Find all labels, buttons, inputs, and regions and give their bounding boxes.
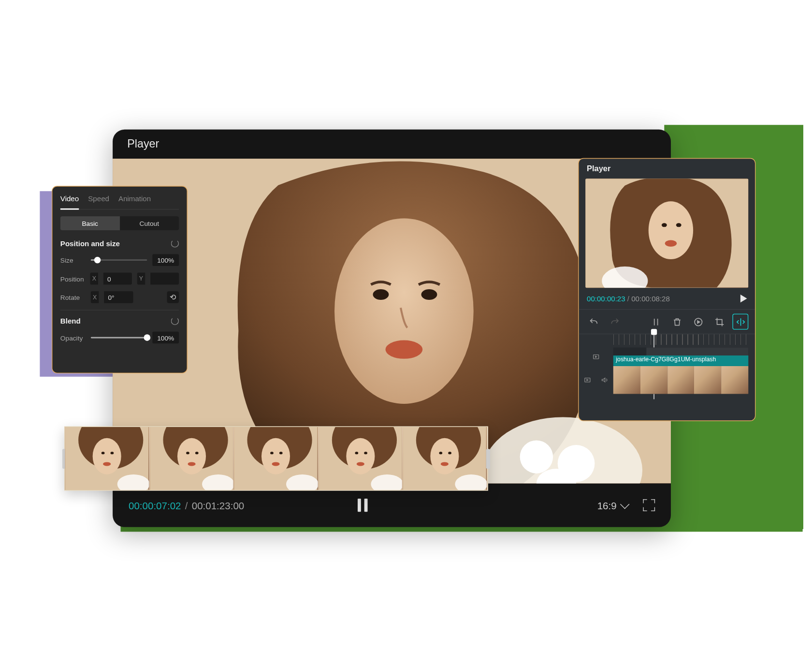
opacity-label: Opacity [60,334,86,341]
pause-button[interactable] [358,499,370,512]
svg-point-6 [520,440,553,473]
svg-point-14 [103,462,111,466]
svg-point-46 [662,223,667,227]
speed-button[interactable] [690,314,706,330]
filmstrip-thumb[interactable] [319,427,403,490]
size-label: Size [60,256,86,264]
svg-point-4 [386,340,423,359]
svg-point-12 [102,452,105,454]
svg-point-13 [111,452,114,454]
undo-button[interactable] [585,314,601,330]
svg-point-35 [357,462,364,466]
filmstrip-thumb[interactable] [234,427,319,490]
position-x-input[interactable]: 0 [103,273,132,285]
svg-point-1 [334,218,474,404]
svg-point-2 [373,289,389,300]
svg-point-48 [665,240,677,247]
svg-point-47 [676,223,682,227]
main-time-total: 00:01:23:00 [192,500,245,511]
segment-cutout[interactable]: Cutout [119,216,179,230]
filmstrip-handle-right[interactable] [486,449,490,469]
svg-point-19 [186,452,189,454]
rotate-label: Rotate [60,294,86,301]
track-video-icon [592,353,600,361]
track-video-icon [583,376,591,384]
chevron-down-icon [620,500,629,509]
mini-time-total: 00:00:08:28 [631,295,670,302]
main-player-title: Player [127,137,159,150]
time-separator: / [185,500,188,511]
filmstrip-thumb[interactable] [403,427,488,490]
aspect-ratio-selector[interactable]: 16:9 [597,500,627,511]
delete-button[interactable] [669,314,685,330]
segment-basic[interactable]: Basic [60,216,120,230]
divider [60,310,179,310]
mini-toolbar [579,309,755,334]
svg-point-3 [421,289,437,300]
svg-point-20 [195,452,198,454]
position-x-label: X [90,273,98,285]
svg-point-34 [364,452,367,454]
svg-point-18 [177,438,205,474]
mini-player-title: Player [579,159,755,178]
split-button[interactable] [648,314,664,330]
mini-preview-viewport[interactable] [585,178,748,288]
svg-point-11 [93,438,121,474]
section-blend-heading: Blend [60,317,81,325]
svg-point-25 [261,438,290,474]
aspect-ratio-value: 16:9 [597,500,617,511]
mini-timeline: joshua-earle-Cg7G8Gg1UM-unsplash [579,334,755,399]
clip-label: joshua-earle-Cg7G8Gg1UM-unsplash [613,355,748,366]
mini-player-panel: Player 00:00:00:23 / 00:00:08:28 [578,158,755,421]
svg-point-40 [439,452,443,454]
svg-point-32 [346,438,375,474]
flip-button[interactable] [732,314,748,330]
tab-speed[interactable]: Speed [88,194,109,205]
main-time-current: 00:00:07:02 [129,500,181,511]
fullscreen-button[interactable] [643,499,655,511]
timeline-ruler[interactable] [613,334,748,345]
properties-panel: Video Speed Animation Basic Cutout Posit… [52,186,188,373]
video-clip[interactable]: joshua-earle-Cg7G8Gg1UM-unsplash [613,366,748,394]
section-position-size-heading: Position and size [60,239,120,247]
opacity-slider-knob[interactable] [144,334,150,341]
rotate-input[interactable]: 0° [104,291,133,303]
size-slider-knob[interactable] [94,257,101,264]
crop-button[interactable] [711,314,727,330]
svg-point-26 [270,452,274,454]
size-slider[interactable] [91,259,147,261]
reset-position-size-icon[interactable] [171,239,179,247]
track-row-main: joshua-earle-Cg7G8Gg1UM-unsplash [579,366,755,394]
tab-animation[interactable]: Animation [118,194,151,205]
track-audio-icon [601,376,609,384]
rotate-x-label: X [91,291,99,303]
svg-point-27 [279,452,283,454]
track-main-body[interactable]: joshua-earle-Cg7G8Gg1UM-unsplash [613,366,748,394]
size-value[interactable]: 100% [152,254,179,266]
svg-point-41 [449,452,452,454]
filmstrip-thumb[interactable] [65,427,149,490]
reset-blend-icon[interactable] [171,317,179,325]
svg-point-21 [188,462,195,466]
mirror-button[interactable]: ⟲ [167,291,179,303]
position-label: Position [60,275,85,282]
opacity-slider[interactable] [91,337,147,339]
play-button[interactable] [740,295,747,302]
svg-point-42 [441,462,449,466]
filmstrip[interactable] [64,427,488,491]
mini-time-current: 00:00:00:23 [587,295,625,302]
filmstrip-thumb[interactable] [149,427,234,490]
position-y-input[interactable] [150,273,179,285]
redo-button[interactable] [607,314,623,330]
svg-point-39 [431,438,459,474]
tab-video[interactable]: Video [60,194,79,210]
position-y-label: Y [137,273,145,285]
opacity-value[interactable]: 100% [152,332,179,344]
svg-point-33 [355,452,358,454]
svg-point-28 [272,462,280,466]
svg-point-45 [649,201,693,259]
